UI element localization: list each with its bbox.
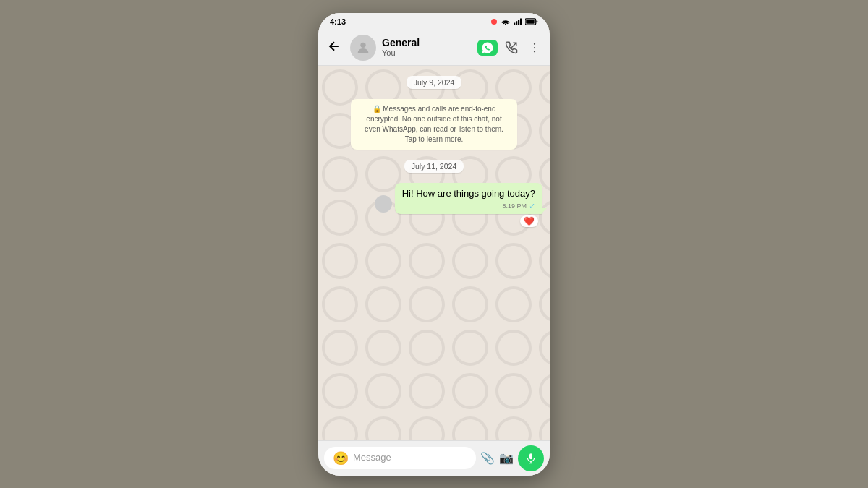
svg-rect-2 <box>516 21 517 25</box>
svg-rect-6 <box>537 20 538 22</box>
status-icons <box>490 18 538 25</box>
chat-subtitle: You <box>382 48 472 58</box>
input-field-wrap: 😊 Message <box>324 447 476 468</box>
input-bar: 😊 Message 📎 📷 <box>318 440 550 476</box>
status-bar: 4:13 <box>318 13 550 30</box>
svg-rect-7 <box>526 20 534 24</box>
more-options-button[interactable] <box>525 38 544 57</box>
svg-rect-3 <box>518 20 519 25</box>
mic-button[interactable] <box>518 445 544 471</box>
chat-name: General <box>382 37 472 49</box>
signal-icon <box>514 18 522 25</box>
emoji-button[interactable]: 😊 <box>333 452 349 465</box>
svg-line-9 <box>511 43 516 48</box>
reaction-row: ❤️ <box>520 215 542 227</box>
avatar[interactable] <box>350 35 376 61</box>
wa-ai-button[interactable] <box>477 40 498 56</box>
phone-call-button[interactable] <box>502 38 521 57</box>
camera-button[interactable]: 📷 <box>499 453 514 464</box>
message-row: Hi! How are things going today? 8:19 PM … <box>324 183 544 227</box>
chat-title-area[interactable]: General You <box>382 37 472 59</box>
date-pill-1: July 9, 2024 <box>407 76 462 89</box>
reaction-emoji: ❤️ <box>524 216 535 226</box>
message-meta: 8:19 PM ✓ <box>402 202 535 211</box>
header-actions <box>477 38 544 57</box>
date-pill-2: July 11, 2024 <box>404 160 464 173</box>
message-text: Hi! How are things going today? <box>402 187 535 200</box>
phone-frame: 4:13 <box>318 13 550 476</box>
message-time: 8:19 PM <box>502 202 527 210</box>
message-input[interactable]: Message <box>353 451 467 464</box>
back-button[interactable] <box>324 36 344 59</box>
wifi-icon <box>501 18 511 25</box>
chat-content: July 9, 2024 🔒 Messages and calls are en… <box>318 66 550 233</box>
attach-button[interactable]: 📎 <box>480 453 495 464</box>
message-bubble[interactable]: Hi! How are things going today? 8:19 PM … <box>395 183 542 214</box>
svg-rect-4 <box>520 18 522 25</box>
svg-point-0 <box>491 19 497 25</box>
chat-body: July 9, 2024 🔒 Messages and calls are en… <box>318 66 550 440</box>
reaction-bubble[interactable]: ❤️ <box>520 215 538 227</box>
message-tick: ✓ <box>529 202 535 211</box>
svg-point-8 <box>360 42 365 47</box>
svg-point-12 <box>534 51 535 52</box>
status-time: 4:13 <box>330 17 346 26</box>
svg-point-11 <box>534 46 535 48</box>
encryption-notice[interactable]: 🔒 Messages and calls are end-to-end encr… <box>351 99 517 150</box>
battery-icon <box>525 18 538 25</box>
message-avatar <box>375 195 392 213</box>
mic-icon <box>525 453 537 464</box>
record-icon <box>490 18 498 25</box>
svg-rect-13 <box>529 453 532 459</box>
chat-header: General You <box>318 30 550 66</box>
svg-point-10 <box>534 43 535 44</box>
svg-rect-1 <box>514 22 515 25</box>
